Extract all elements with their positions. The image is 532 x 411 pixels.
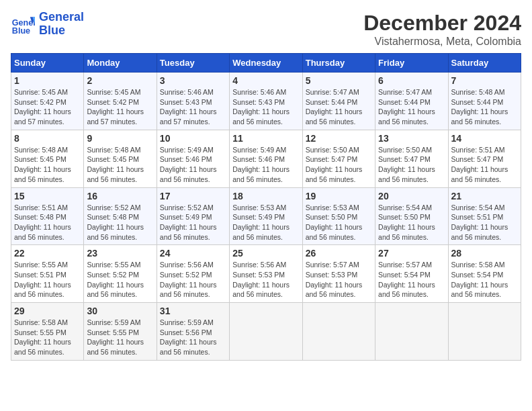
calendar-cell: 6Sunrise: 5:47 AMSunset: 5:44 PMDaylight… [375,73,448,130]
logo-general: General [39,10,84,24]
day-info: Sunrise: 5:48 AMSunset: 5:45 PMDaylight:… [14,145,81,185]
day-number: 30 [87,306,153,316]
calendar-cell: 30Sunrise: 5:59 AMSunset: 5:55 PMDayligh… [84,303,157,361]
day-info: Sunrise: 5:50 AMSunset: 5:47 PMDaylight:… [306,145,372,185]
day-info: Sunrise: 5:59 AMSunset: 5:56 PMDaylight:… [160,318,226,357]
logo: General Blue General Blue [11,11,84,38]
day-info: Sunrise: 5:53 AMSunset: 5:50 PMDaylight:… [306,203,372,242]
day-number: 23 [87,248,153,259]
calendar-cell: 20Sunrise: 5:54 AMSunset: 5:50 PMDayligh… [375,187,448,245]
day-info: Sunrise: 5:52 AMSunset: 5:48 PMDaylight:… [87,203,153,242]
day-number: 2 [87,75,153,86]
calendar-cell: 2Sunrise: 5:45 AMSunset: 5:42 PMDaylight… [84,73,157,130]
day-number: 4 [232,75,299,86]
calendar-cell: 23Sunrise: 5:55 AMSunset: 5:52 PMDayligh… [84,245,157,303]
weekday-header-wednesday: Wednesday [230,54,302,73]
title-area: December 2024 Vistahermosa, Meta, Colomb… [363,11,521,48]
day-info: Sunrise: 5:54 AMSunset: 5:50 PMDaylight:… [378,203,445,242]
calendar-cell: 28Sunrise: 5:58 AMSunset: 5:54 PMDayligh… [448,245,521,303]
day-number: 28 [451,248,518,259]
calendar-cell: 21Sunrise: 5:54 AMSunset: 5:51 PMDayligh… [448,187,521,245]
calendar-cell: 14Sunrise: 5:51 AMSunset: 5:47 PMDayligh… [448,130,521,187]
calendar-cell: 15Sunrise: 5:51 AMSunset: 5:48 PMDayligh… [11,187,84,245]
calendar-cell: 17Sunrise: 5:52 AMSunset: 5:49 PMDayligh… [157,187,229,245]
day-number: 31 [160,306,226,316]
day-number: 8 [14,133,81,144]
calendar-body: 1Sunrise: 5:45 AMSunset: 5:42 PMDaylight… [11,73,521,361]
day-info: Sunrise: 5:55 AMSunset: 5:51 PMDaylight:… [14,260,81,300]
day-number: 19 [306,191,372,201]
calendar-cell: 11Sunrise: 5:49 AMSunset: 5:46 PMDayligh… [230,130,302,187]
day-number: 10 [160,133,226,144]
day-number: 1 [14,75,81,86]
day-info: Sunrise: 5:54 AMSunset: 5:51 PMDaylight:… [451,203,518,242]
day-info: Sunrise: 5:58 AMSunset: 5:54 PMDaylight:… [451,260,518,300]
calendar-cell: 12Sunrise: 5:50 AMSunset: 5:47 PMDayligh… [302,130,375,187]
calendar-cell: 13Sunrise: 5:50 AMSunset: 5:47 PMDayligh… [375,130,448,187]
day-number: 17 [160,191,226,201]
calendar-cell [302,303,375,361]
day-info: Sunrise: 5:46 AMSunset: 5:43 PMDaylight:… [160,87,226,127]
calendar-cell: 8Sunrise: 5:48 AMSunset: 5:45 PMDaylight… [11,130,84,187]
weekday-header-monday: Monday [84,54,157,73]
calendar-week-1: 1Sunrise: 5:45 AMSunset: 5:42 PMDaylight… [11,73,521,130]
day-info: Sunrise: 5:45 AMSunset: 5:42 PMDaylight:… [87,87,153,127]
logo-blue: Blue [39,24,65,37]
calendar-cell [448,303,521,361]
weekday-header-friday: Friday [375,54,448,73]
day-number: 21 [451,191,518,201]
day-number: 14 [451,133,518,144]
calendar-cell: 29Sunrise: 5:58 AMSunset: 5:55 PMDayligh… [11,303,84,361]
day-info: Sunrise: 5:59 AMSunset: 5:55 PMDaylight:… [87,318,153,357]
main-title: December 2024 [363,11,521,36]
calendar-cell: 18Sunrise: 5:53 AMSunset: 5:49 PMDayligh… [230,187,302,245]
calendar-cell: 27Sunrise: 5:57 AMSunset: 5:54 PMDayligh… [375,245,448,303]
day-number: 25 [232,248,299,259]
calendar-cell: 31Sunrise: 5:59 AMSunset: 5:56 PMDayligh… [157,303,229,361]
weekday-header-thursday: Thursday [302,54,375,73]
day-number: 18 [232,191,299,201]
day-info: Sunrise: 5:49 AMSunset: 5:46 PMDaylight:… [160,145,226,185]
day-number: 26 [306,248,372,259]
calendar-cell [230,303,302,361]
day-number: 15 [14,191,81,201]
calendar-cell: 9Sunrise: 5:48 AMSunset: 5:45 PMDaylight… [84,130,157,187]
calendar-cell: 16Sunrise: 5:52 AMSunset: 5:48 PMDayligh… [84,187,157,245]
calendar-cell: 24Sunrise: 5:56 AMSunset: 5:52 PMDayligh… [157,245,229,303]
calendar-week-5: 29Sunrise: 5:58 AMSunset: 5:55 PMDayligh… [11,303,521,361]
day-info: Sunrise: 5:47 AMSunset: 5:44 PMDaylight:… [378,87,445,127]
svg-text:Blue: Blue [12,26,30,36]
day-info: Sunrise: 5:56 AMSunset: 5:53 PMDaylight:… [232,260,299,300]
day-info: Sunrise: 5:57 AMSunset: 5:53 PMDaylight:… [306,260,372,300]
calendar-week-2: 8Sunrise: 5:48 AMSunset: 5:45 PMDaylight… [11,130,521,187]
calendar-cell: 25Sunrise: 5:56 AMSunset: 5:53 PMDayligh… [230,245,302,303]
day-info: Sunrise: 5:48 AMSunset: 5:45 PMDaylight:… [87,145,153,185]
logo-icon: General Blue [11,12,35,36]
calendar-cell: 10Sunrise: 5:49 AMSunset: 5:46 PMDayligh… [157,130,229,187]
day-info: Sunrise: 5:49 AMSunset: 5:46 PMDaylight:… [232,145,299,185]
calendar-cell: 19Sunrise: 5:53 AMSunset: 5:50 PMDayligh… [302,187,375,245]
calendar-week-3: 15Sunrise: 5:51 AMSunset: 5:48 PMDayligh… [11,187,521,245]
day-info: Sunrise: 5:46 AMSunset: 5:43 PMDaylight:… [232,87,299,127]
calendar-week-4: 22Sunrise: 5:55 AMSunset: 5:51 PMDayligh… [11,245,521,303]
day-info: Sunrise: 5:56 AMSunset: 5:52 PMDaylight:… [160,260,226,300]
day-number: 24 [160,248,226,259]
calendar-cell: 26Sunrise: 5:57 AMSunset: 5:53 PMDayligh… [302,245,375,303]
day-number: 7 [451,75,518,86]
day-number: 29 [14,306,81,316]
day-number: 11 [232,133,299,144]
day-info: Sunrise: 5:52 AMSunset: 5:49 PMDaylight:… [160,203,226,242]
weekday-header-tuesday: Tuesday [157,54,229,73]
calendar-cell [375,303,448,361]
calendar-cell: 1Sunrise: 5:45 AMSunset: 5:42 PMDaylight… [11,73,84,130]
calendar: SundayMondayTuesdayWednesdayThursdayFrid… [11,53,521,361]
calendar-cell: 4Sunrise: 5:46 AMSunset: 5:43 PMDaylight… [230,73,302,130]
day-number: 16 [87,191,153,201]
logo-text: General Blue [39,11,84,38]
day-number: 5 [306,75,372,86]
day-info: Sunrise: 5:51 AMSunset: 5:47 PMDaylight:… [451,145,518,185]
day-number: 22 [14,248,81,259]
weekday-header-saturday: Saturday [448,54,521,73]
day-info: Sunrise: 5:50 AMSunset: 5:47 PMDaylight:… [378,145,445,185]
header: General Blue General Blue December 2024 … [11,11,521,48]
